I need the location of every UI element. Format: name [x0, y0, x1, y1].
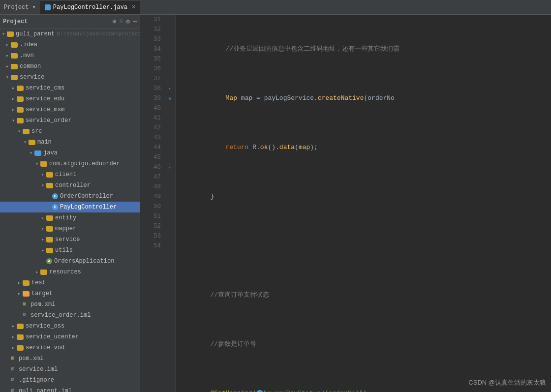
java-file-icon-oc: C [52, 193, 58, 199]
sidebar-item-order-controller[interactable]: ▸ C OrderController [0, 191, 140, 202]
sidebar-item-resources[interactable]: ▸ resources [0, 267, 140, 277]
label-service-order-iml: service_order.iml [31, 312, 91, 319]
gutter-53 [165, 231, 175, 241]
tab-close-icon[interactable]: × [132, 4, 135, 11]
annotation-38: @GetMapping( [180, 389, 256, 392]
gutter-34 [165, 44, 175, 54]
sidebar-item-mapper[interactable]: ▸ mapper [0, 223, 140, 234]
sidebar-item-controller[interactable]: ▾ controller [0, 180, 140, 191]
label-utils: utils [55, 247, 73, 254]
label-service-iml: service.iml [19, 366, 58, 373]
comment-37: //参数是订单号 [180, 339, 256, 349]
gutter-52 [165, 221, 175, 231]
sidebar-item-service-msm[interactable]: ▸ service_msm [0, 104, 140, 115]
sidebar-item-paylog-controller[interactable]: ▸ C PayLogController [0, 202, 140, 212]
sidebar-item-package[interactable]: ▾ com.atguigu.eduorder [0, 158, 140, 169]
sidebar-item-service-oss[interactable]: ▸ service_oss [0, 321, 140, 332]
collapse-icon[interactable]: ≡ [120, 18, 123, 26]
sidebar-item-service-vod[interactable]: ▸ service_vod [0, 342, 140, 353]
ln-49: 49 [140, 192, 165, 202]
sidebar-item-target[interactable]: ▸ target [0, 288, 140, 299]
folder-icon-service-ucenter [17, 334, 24, 340]
java-app-icon: A [46, 258, 52, 264]
folder-icon-target [23, 291, 30, 297]
label-java: java [43, 150, 58, 156]
project-dropdown[interactable]: Project ▾ [4, 3, 36, 11]
sidebar-item-test[interactable]: ▸ test [0, 277, 140, 288]
label-target: target [31, 290, 53, 297]
gear-icon[interactable]: ⚙ [126, 18, 130, 26]
sidebar-item-main[interactable]: ▾ main [0, 137, 140, 148]
code-area[interactable]: //业务层返回的信息中包含二维码地址，还有一些其它我们需 Map map = p… [176, 15, 551, 392]
gutter: ▸ ⚙ ▸ [165, 15, 176, 392]
arrow-idea: ▸ [6, 42, 11, 48]
active-tab[interactable]: PayLogController.java × [40, 1, 140, 14]
sidebar-item-common[interactable]: ▸ common [0, 61, 140, 72]
sidebar-item-java[interactable]: ▾ java [0, 148, 140, 158]
xml-icon-pom: 🗎 [11, 356, 17, 362]
arrow-mvn: ▸ [6, 53, 11, 59]
expand-icon[interactable]: ⊞ [113, 18, 117, 26]
sidebar-item-service-order-iml[interactable]: ▸ 🗎 service_order.iml [0, 310, 140, 321]
line-numbers: 31 32 33 34 35 36 37 38 39 40 41 42 43 4… [140, 15, 165, 392]
arrow-src: ▾ [18, 128, 23, 134]
sidebar-title: Project [3, 18, 28, 25]
sidebar-item-pom[interactable]: ▸ 🗎 pom.xml [0, 353, 140, 364]
sidebar-item-client[interactable]: ▸ client [0, 169, 140, 180]
folder-icon-idea [11, 42, 18, 48]
tab-area: PayLogController.java × [40, 1, 140, 14]
sidebar-item-service-edu[interactable]: ▸ service_edu [0, 93, 140, 104]
ln-41: 41 [140, 113, 165, 123]
folder-icon-service-cms [17, 86, 24, 91]
method-32: createNative [318, 93, 364, 103]
gutter-54 [165, 241, 175, 251]
gutter-39: ⚙ [165, 93, 175, 103]
ln-53: 53 [140, 231, 165, 241]
folder-icon-service-oss [17, 324, 24, 329]
ln-51: 51 [140, 211, 165, 221]
iml-icon-so: 🗎 [23, 312, 29, 318]
ln-45: 45 [140, 152, 165, 162]
folder-icon-root [7, 31, 14, 37]
gutter-45 [165, 152, 175, 162]
sidebar-item-root[interactable]: ▾ guli_parent D:\study\java\code\project… [0, 29, 140, 39]
sidebar-header: Project ⊞ ≡ ⚙ — [0, 15, 140, 29]
label-pom: pom.xml [19, 355, 43, 362]
sidebar-item-service-order[interactable]: ▾ service_order [0, 115, 140, 126]
sidebar-item-utils[interactable]: ▸ utils [0, 245, 140, 256]
folder-icon-src [23, 129, 30, 134]
sidebar-item-pom-order[interactable]: ▸ 🗎 pom.xml [0, 299, 140, 310]
iml-icon-service: 🗎 [11, 366, 17, 372]
iml-icon-guli: 🗎 [11, 388, 17, 392]
gutter-41 [165, 113, 175, 123]
ln-36: 36 [140, 64, 165, 74]
code-editor[interactable]: 31 32 33 34 35 36 37 38 39 40 41 42 43 4… [140, 15, 551, 392]
sidebar-item-mvn[interactable]: ▸ .mvn [0, 50, 140, 61]
sidebar-item-service-child[interactable]: ▸ service [0, 234, 140, 245]
folder-icon-mvn [11, 53, 18, 59]
ln-40: 40 [140, 103, 165, 113]
gutter-42 [165, 123, 175, 133]
sidebar-item-service[interactable]: ▾ service [0, 72, 140, 83]
sidebar-item-src[interactable]: ▾ src [0, 126, 140, 137]
sidebar-item-service-ucenter[interactable]: ▸ service_ucenter [0, 332, 140, 342]
sidebar-item-service-iml[interactable]: ▸ 🗎 service.iml [0, 364, 140, 375]
sidebar-item-guli-parent-iml[interactable]: ▸ 🗎 guli_parent.iml [0, 386, 140, 392]
arrow-service: ▾ [6, 74, 11, 80]
method-33b: data [279, 143, 295, 152]
sidebar-item-gitignore[interactable]: ▸ 🗎 .gitignore [0, 375, 140, 386]
ln-54: 54 [140, 241, 165, 251]
folder-icon-controller [46, 183, 53, 188]
code-line-35 [180, 241, 547, 251]
gutter-36 [165, 64, 175, 74]
comment-36: //查询订单支付状态 [180, 290, 269, 300]
sidebar-item-service-cms[interactable]: ▸ service_cms [0, 83, 140, 93]
ln-35: 35 [140, 54, 165, 64]
gutter-43 [165, 133, 175, 143]
sidebar-item-idea[interactable]: ▸ .idea [0, 39, 140, 50]
code-32b: map = payLogService. [237, 93, 318, 103]
sidebar-item-entity[interactable]: ▸ entity [0, 212, 140, 223]
minimize-icon[interactable]: — [133, 18, 137, 26]
sidebar-item-orders-app[interactable]: ▸ A OrdersApplication [0, 256, 140, 267]
arrow-main: ▾ [24, 139, 29, 145]
